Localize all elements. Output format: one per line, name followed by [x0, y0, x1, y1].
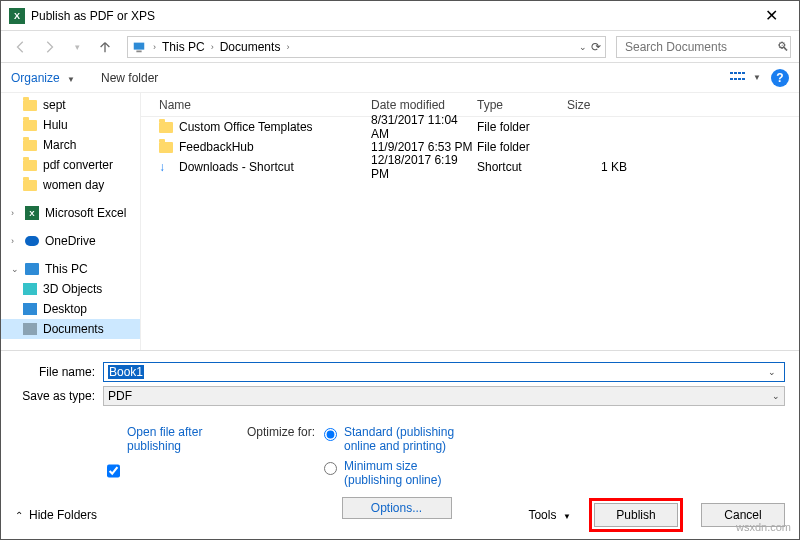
organize-menu[interactable]: Organize ▼	[11, 71, 75, 85]
breadcrumb-dropdown[interactable]: ⌄	[579, 42, 587, 52]
chevron-down-icon: ▼	[563, 512, 571, 521]
hide-folders-button[interactable]: ⌃ Hide Folders	[15, 508, 97, 522]
chevron-right-icon: ›	[11, 236, 19, 246]
folder-icon	[23, 140, 37, 151]
svg-rect-1	[136, 50, 141, 52]
footer: ⌃ Hide Folders Tools ▼ Publish Cancel	[1, 491, 799, 539]
radio-minimum[interactable]: Minimum size (publishing online)	[319, 459, 474, 487]
forward-button[interactable]	[37, 35, 61, 59]
sidebar-item-desktop[interactable]: Desktop	[1, 299, 140, 319]
file-name-input[interactable]: Book1 ⌄	[103, 362, 785, 382]
pc-icon	[25, 263, 39, 275]
sidebar-item-label: OneDrive	[45, 234, 96, 248]
excel-icon: X	[25, 206, 39, 220]
refresh-button[interactable]: ⟳	[591, 40, 601, 54]
file-name: Custom Office Templates	[179, 120, 313, 134]
chevron-down-icon: ⌄	[772, 391, 780, 401]
chevron-down-icon: ▼	[67, 75, 75, 84]
file-type: File folder	[477, 140, 567, 154]
sidebar-item-label: women day	[43, 178, 104, 192]
documents-icon	[23, 323, 37, 335]
sidebar-item-thispc[interactable]: ⌄This PC	[1, 259, 140, 279]
sidebar-item-label: March	[43, 138, 76, 152]
objects3d-icon	[23, 283, 37, 295]
file-name-value: Book1	[108, 365, 144, 379]
search-box[interactable]: 🔍︎	[616, 36, 791, 58]
column-date[interactable]: Date modified	[371, 98, 477, 112]
file-name-label: File name:	[15, 365, 103, 379]
sidebar-item-hulu[interactable]: Hulu	[1, 115, 140, 135]
column-name[interactable]: Name	[159, 98, 371, 112]
file-size: 1 KB	[567, 160, 657, 174]
sidebar: sept Hulu March pdf converter women day …	[1, 93, 141, 350]
sidebar-item-documents[interactable]: Documents	[1, 319, 140, 339]
save-type-select[interactable]: PDF ⌄	[103, 386, 785, 406]
onedrive-icon	[25, 236, 39, 246]
sidebar-item-label: Hulu	[43, 118, 68, 132]
breadcrumb-root[interactable]: This PC	[159, 40, 208, 54]
search-icon[interactable]: 🔍︎	[777, 40, 789, 54]
folder-icon	[159, 122, 173, 133]
new-folder-button[interactable]: New folder	[101, 71, 158, 85]
file-name: FeedbackHub	[179, 140, 254, 154]
sidebar-item-onedrive[interactable]: ›OneDrive	[1, 231, 140, 251]
sidebar-item-label: Microsoft Excel	[45, 206, 126, 220]
publish-button[interactable]: Publish	[594, 503, 678, 527]
help-button[interactable]: ?	[771, 69, 789, 87]
folder-icon	[159, 142, 173, 153]
hide-folders-label: Hide Folders	[29, 508, 97, 522]
highlight-marker: Publish	[589, 498, 683, 532]
folder-icon	[23, 100, 37, 111]
sidebar-item-label: Desktop	[43, 302, 87, 316]
desktop-icon	[23, 303, 37, 315]
column-type[interactable]: Type	[477, 98, 567, 112]
recent-dropdown[interactable]: ▾	[65, 35, 89, 59]
sidebar-item-excel[interactable]: ›XMicrosoft Excel	[1, 203, 140, 223]
file-type: Shortcut	[477, 160, 567, 174]
chevron-right-icon: ›	[150, 42, 159, 52]
sidebar-item-label: pdf converter	[43, 158, 113, 172]
chevron-down-icon: ▼	[753, 73, 761, 82]
up-button[interactable]	[93, 35, 117, 59]
sidebar-item-womenday[interactable]: women day	[1, 175, 140, 195]
close-button[interactable]: ✕	[751, 2, 791, 30]
folder-icon	[23, 160, 37, 171]
sidebar-item-pdfconverter[interactable]: pdf converter	[1, 155, 140, 175]
chevron-up-icon: ⌃	[15, 510, 23, 521]
breadcrumb-segment[interactable]: Documents	[217, 40, 284, 54]
sidebar-item-sept[interactable]: sept	[1, 95, 140, 115]
watermark: wsxdn.com	[736, 521, 791, 533]
back-button[interactable]	[9, 35, 33, 59]
file-type: File folder	[477, 120, 567, 134]
toolbar: Organize ▼ New folder ▼ ?	[1, 63, 799, 93]
radio-minimum-label: Minimum size (publishing online)	[344, 459, 474, 487]
file-date: 12/18/2017 6:19 PM	[371, 153, 477, 181]
excel-icon: X	[9, 8, 25, 24]
column-size[interactable]: Size	[567, 98, 657, 112]
sidebar-item-3dobjects[interactable]: 3D Objects	[1, 279, 140, 299]
sidebar-item-label: 3D Objects	[43, 282, 102, 296]
folder-icon	[23, 180, 37, 191]
view-button[interactable]: ▼	[730, 72, 761, 84]
save-type-value: PDF	[108, 389, 132, 403]
sidebar-item-label: This PC	[45, 262, 88, 276]
radio-standard[interactable]: Standard (publishing online and printing…	[319, 425, 474, 453]
tools-menu[interactable]: Tools ▼	[528, 508, 571, 522]
breadcrumb[interactable]: › This PC › Documents › ⌄ ⟳	[127, 36, 606, 58]
sidebar-item-label: sept	[43, 98, 66, 112]
file-row[interactable]: Downloads - Shortcut 12/18/2017 6:19 PM …	[141, 157, 799, 177]
pc-icon	[132, 40, 146, 54]
file-row[interactable]: Custom Office Templates 8/31/2017 11:04 …	[141, 117, 799, 137]
chevron-right-icon: ›	[11, 208, 19, 218]
title-bar: X Publish as PDF or XPS ✕	[1, 1, 799, 31]
search-input[interactable]	[623, 39, 777, 55]
folder-icon	[23, 120, 37, 131]
chevron-down-icon[interactable]: ⌄	[764, 367, 780, 377]
file-name: Downloads - Shortcut	[179, 160, 294, 174]
chevron-down-icon: ⌄	[11, 264, 19, 274]
chevron-right-icon: ›	[208, 42, 217, 52]
sidebar-item-march[interactable]: March	[1, 135, 140, 155]
chevron-right-icon: ›	[283, 42, 292, 52]
sidebar-item-label: Documents	[43, 322, 104, 336]
file-date: 11/9/2017 6:53 PM	[371, 140, 477, 154]
